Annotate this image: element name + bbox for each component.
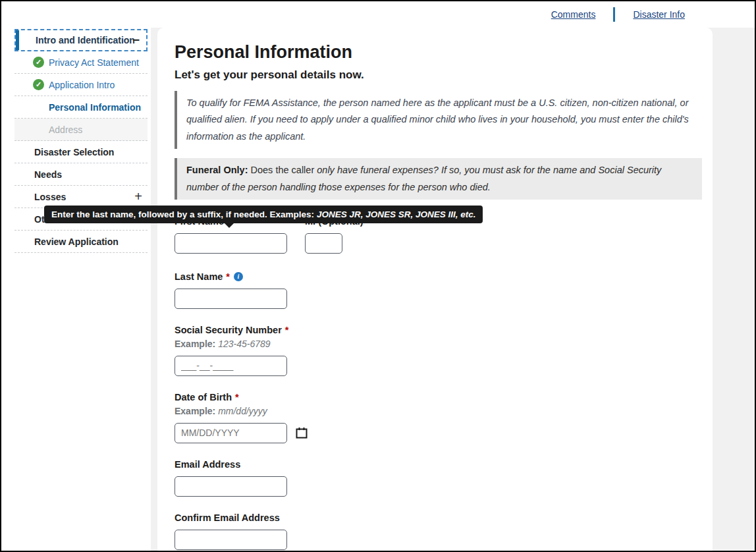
dob-input-row [175,416,702,443]
dob-label-text: Date of Birth [175,392,232,402]
sidebar-item-disaster-selection[interactable]: Disaster Selection [14,141,148,163]
sidebar-item-privacy-act-statement[interactable]: ✓ Privacy Act Statement [14,51,148,74]
email-label: Email Address [175,459,702,470]
confirm-email-label-text: Confirm Email Address [175,512,280,523]
required-asterisk: * [235,392,239,402]
funeral-note-plain: Does the caller [251,165,315,175]
dob-hint-label: Example: [175,406,215,416]
sidebar-item-label: Losses [34,192,66,202]
last-name-tooltip: Enter the last name, followed by a suffi… [44,206,483,223]
dob-label: Date of Birth * [175,392,702,402]
topbar: Comments Disaster Info [1,1,755,28]
sidebar-section-label: Intro and Identification [36,35,135,45]
funeral-only-note: Funeral Only: Does the caller only have … [175,158,702,200]
dob-group: Date of Birth * Example: mm/dd/yyyy [175,392,702,443]
first-name-input[interactable] [175,233,287,254]
ssn-hint: Example: 123-45-6789 [175,339,702,349]
dob-hint: Example: mm/dd/yyyy [175,406,702,416]
sidebar-section-intro-and-identification[interactable]: Intro and Identification − [14,29,148,51]
sidebar-nav: Intro and Identification − ✓ Privacy Act… [1,28,151,551]
ssn-hint-value: 123-45-6789 [218,339,270,349]
ssn-label-text: Social Security Number [175,325,282,335]
sidebar-item-label: Review Application [34,236,119,247]
last-name-info-icon[interactable]: i [234,272,243,281]
sidebar-item-label: Privacy Act Statement [49,57,139,68]
funeral-note-bold: Funeral Only: [186,165,248,175]
collapse-minus-icon[interactable]: − [132,33,140,47]
citizenship-note: To qualify for FEMA Assistance, the pers… [175,91,702,149]
sidebar-item-losses[interactable]: Losses + [14,186,148,208]
last-name-label-text: Last Name [175,271,223,282]
content-card: Personal Information Let's get your pers… [157,28,713,551]
dob-input[interactable] [175,423,287,443]
calendar-icon [296,427,308,439]
last-name-group: Last Name * i [175,271,702,309]
page: Comments Disaster Info Intro and Identif… [0,0,756,552]
topbar-separator [613,7,615,22]
sidebar-item-label: Address [49,124,82,135]
required-asterisk: * [226,271,230,282]
sidebar-item-label: Application Intro [49,80,115,90]
sidebar-item-address: Address [14,119,148,141]
sidebar-item-label: Personal Information [49,102,141,113]
active-section-bar [16,30,19,50]
sidebar-item-label: Disaster Selection [34,147,114,157]
sidebar-item-application-intro[interactable]: ✓ Application Intro [14,74,148,96]
email-input[interactable] [175,476,287,497]
dob-hint-value: mm/dd/yyyy [218,406,267,416]
main-backdrop: Personal Information Let's get your pers… [151,28,755,551]
last-name-input[interactable] [175,289,287,309]
email-group: Email Address [175,459,702,497]
check-circle-icon: ✓ [33,57,44,68]
ssn-hint-label: Example: [175,339,215,349]
layout: Intro and Identification − ✓ Privacy Act… [1,28,755,551]
sidebar-item-needs[interactable]: Needs [14,163,148,186]
ssn-label: Social Security Number * [175,325,702,335]
confirm-email-label: Confirm Email Address [175,512,702,523]
email-label-text: Email Address [175,459,240,470]
tooltip-examples: JONES JR, JONES SR, JONES III, etc. [317,209,476,219]
last-name-label: Last Name * i [175,271,702,282]
tooltip-text: Enter the last name, followed by a suffi… [51,209,314,219]
sidebar-item-label: Needs [34,169,62,180]
required-asterisk: * [285,325,289,335]
page-subtitle: Let's get your personal details now. [175,69,702,82]
comments-link[interactable]: Comments [551,9,596,20]
page-title: Personal Information [175,42,702,63]
sidebar-item-review-application[interactable]: Review Application [14,231,148,253]
sidebar-item-personal-information[interactable]: Personal Information [14,96,148,119]
check-circle-icon: ✓ [33,79,44,90]
disaster-info-link[interactable]: Disaster Info [633,9,685,20]
ssn-input[interactable] [175,356,287,376]
ssn-group: Social Security Number * Example: 123-45… [175,325,702,376]
calendar-button[interactable] [296,427,308,439]
expand-plus-icon[interactable]: + [134,189,142,204]
confirm-email-input[interactable] [175,530,287,550]
confirm-email-group: Confirm Email Address [175,512,702,550]
mi-input[interactable] [305,233,342,254]
citizenship-note-text: To qualify for FEMA Assistance, the pers… [186,97,689,142]
